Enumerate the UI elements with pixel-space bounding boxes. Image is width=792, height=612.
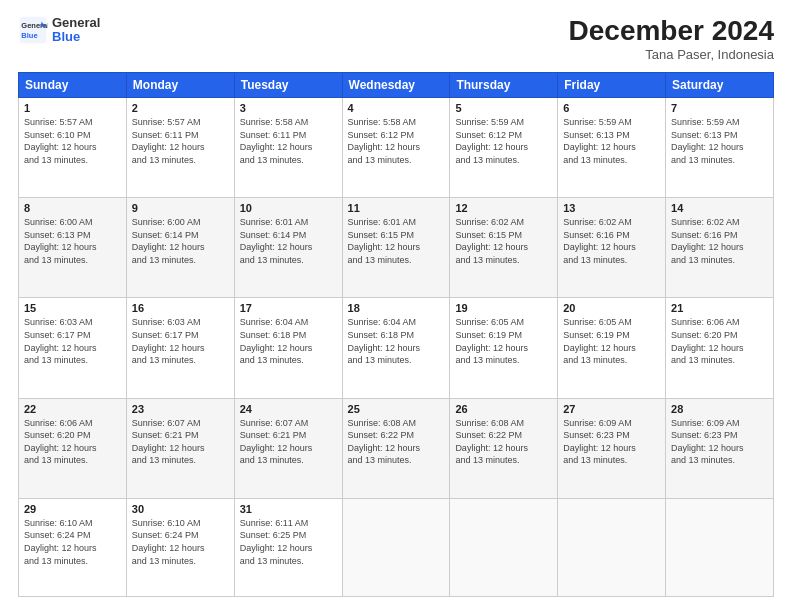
day-number: 30: [132, 503, 229, 515]
col-friday: Friday: [558, 73, 666, 98]
table-cell: [342, 498, 450, 596]
logo-text: General Blue: [52, 16, 100, 45]
day-number: 13: [563, 202, 660, 214]
day-info: Sunrise: 6:02 AMSunset: 6:15 PMDaylight:…: [455, 216, 552, 266]
day-number: 16: [132, 302, 229, 314]
table-cell: 25 Sunrise: 6:08 AMSunset: 6:22 PMDaylig…: [342, 398, 450, 498]
day-number: 17: [240, 302, 337, 314]
table-cell: [666, 498, 774, 596]
table-cell: 8 Sunrise: 6:00 AMSunset: 6:13 PMDayligh…: [19, 198, 127, 298]
table-cell: 5 Sunrise: 5:59 AMSunset: 6:12 PMDayligh…: [450, 98, 558, 198]
day-number: 5: [455, 102, 552, 114]
table-cell: [558, 498, 666, 596]
col-thursday: Thursday: [450, 73, 558, 98]
table-cell: 6 Sunrise: 5:59 AMSunset: 6:13 PMDayligh…: [558, 98, 666, 198]
table-cell: 12 Sunrise: 6:02 AMSunset: 6:15 PMDaylig…: [450, 198, 558, 298]
day-info: Sunrise: 6:09 AMSunset: 6:23 PMDaylight:…: [671, 417, 768, 467]
day-number: 8: [24, 202, 121, 214]
table-cell: 17 Sunrise: 6:04 AMSunset: 6:18 PMDaylig…: [234, 298, 342, 398]
calendar: Sunday Monday Tuesday Wednesday Thursday…: [18, 72, 774, 597]
table-cell: [450, 498, 558, 596]
day-info: Sunrise: 6:03 AMSunset: 6:17 PMDaylight:…: [132, 316, 229, 366]
table-cell: 15 Sunrise: 6:03 AMSunset: 6:17 PMDaylig…: [19, 298, 127, 398]
day-info: Sunrise: 6:11 AMSunset: 6:25 PMDaylight:…: [240, 517, 337, 567]
day-info: Sunrise: 6:02 AMSunset: 6:16 PMDaylight:…: [671, 216, 768, 266]
day-number: 14: [671, 202, 768, 214]
day-info: Sunrise: 6:00 AMSunset: 6:13 PMDaylight:…: [24, 216, 121, 266]
day-info: Sunrise: 5:59 AMSunset: 6:12 PMDaylight:…: [455, 116, 552, 166]
day-info: Sunrise: 5:57 AMSunset: 6:11 PMDaylight:…: [132, 116, 229, 166]
week-row-1: 1 Sunrise: 5:57 AMSunset: 6:10 PMDayligh…: [19, 98, 774, 198]
day-number: 18: [348, 302, 445, 314]
table-cell: 16 Sunrise: 6:03 AMSunset: 6:17 PMDaylig…: [126, 298, 234, 398]
page: General Blue General Blue December 2024 …: [0, 0, 792, 612]
day-number: 15: [24, 302, 121, 314]
logo-general: General: [52, 16, 100, 30]
title-section: December 2024 Tana Paser, Indonesia: [569, 15, 774, 62]
table-cell: 18 Sunrise: 6:04 AMSunset: 6:18 PMDaylig…: [342, 298, 450, 398]
table-cell: 19 Sunrise: 6:05 AMSunset: 6:19 PMDaylig…: [450, 298, 558, 398]
day-number: 7: [671, 102, 768, 114]
table-cell: 24 Sunrise: 6:07 AMSunset: 6:21 PMDaylig…: [234, 398, 342, 498]
col-tuesday: Tuesday: [234, 73, 342, 98]
location: Tana Paser, Indonesia: [569, 47, 774, 62]
day-info: Sunrise: 6:04 AMSunset: 6:18 PMDaylight:…: [240, 316, 337, 366]
day-number: 31: [240, 503, 337, 515]
day-info: Sunrise: 6:06 AMSunset: 6:20 PMDaylight:…: [671, 316, 768, 366]
day-number: 28: [671, 403, 768, 415]
day-number: 29: [24, 503, 121, 515]
day-number: 10: [240, 202, 337, 214]
day-number: 24: [240, 403, 337, 415]
month-title: December 2024: [569, 15, 774, 47]
week-row-3: 15 Sunrise: 6:03 AMSunset: 6:17 PMDaylig…: [19, 298, 774, 398]
day-info: Sunrise: 6:05 AMSunset: 6:19 PMDaylight:…: [563, 316, 660, 366]
week-row-4: 22 Sunrise: 6:06 AMSunset: 6:20 PMDaylig…: [19, 398, 774, 498]
day-info: Sunrise: 6:01 AMSunset: 6:15 PMDaylight:…: [348, 216, 445, 266]
table-cell: 9 Sunrise: 6:00 AMSunset: 6:14 PMDayligh…: [126, 198, 234, 298]
table-cell: 13 Sunrise: 6:02 AMSunset: 6:16 PMDaylig…: [558, 198, 666, 298]
day-number: 2: [132, 102, 229, 114]
week-row-5: 29 Sunrise: 6:10 AMSunset: 6:24 PMDaylig…: [19, 498, 774, 596]
day-info: Sunrise: 6:10 AMSunset: 6:24 PMDaylight:…: [24, 517, 121, 567]
day-info: Sunrise: 6:04 AMSunset: 6:18 PMDaylight:…: [348, 316, 445, 366]
table-cell: 22 Sunrise: 6:06 AMSunset: 6:20 PMDaylig…: [19, 398, 127, 498]
col-monday: Monday: [126, 73, 234, 98]
day-number: 4: [348, 102, 445, 114]
day-info: Sunrise: 5:58 AMSunset: 6:11 PMDaylight:…: [240, 116, 337, 166]
day-number: 19: [455, 302, 552, 314]
day-info: Sunrise: 5:57 AMSunset: 6:10 PMDaylight:…: [24, 116, 121, 166]
col-wednesday: Wednesday: [342, 73, 450, 98]
table-cell: 29 Sunrise: 6:10 AMSunset: 6:24 PMDaylig…: [19, 498, 127, 596]
table-cell: 28 Sunrise: 6:09 AMSunset: 6:23 PMDaylig…: [666, 398, 774, 498]
day-number: 9: [132, 202, 229, 214]
table-cell: 26 Sunrise: 6:08 AMSunset: 6:22 PMDaylig…: [450, 398, 558, 498]
table-cell: 10 Sunrise: 6:01 AMSunset: 6:14 PMDaylig…: [234, 198, 342, 298]
day-info: Sunrise: 6:03 AMSunset: 6:17 PMDaylight:…: [24, 316, 121, 366]
day-info: Sunrise: 6:08 AMSunset: 6:22 PMDaylight:…: [455, 417, 552, 467]
day-number: 11: [348, 202, 445, 214]
table-cell: 23 Sunrise: 6:07 AMSunset: 6:21 PMDaylig…: [126, 398, 234, 498]
day-info: Sunrise: 6:05 AMSunset: 6:19 PMDaylight:…: [455, 316, 552, 366]
table-cell: 20 Sunrise: 6:05 AMSunset: 6:19 PMDaylig…: [558, 298, 666, 398]
day-info: Sunrise: 6:00 AMSunset: 6:14 PMDaylight:…: [132, 216, 229, 266]
day-number: 6: [563, 102, 660, 114]
day-number: 20: [563, 302, 660, 314]
day-info: Sunrise: 6:08 AMSunset: 6:22 PMDaylight:…: [348, 417, 445, 467]
svg-text:Blue: Blue: [21, 31, 37, 40]
table-cell: 2 Sunrise: 5:57 AMSunset: 6:11 PMDayligh…: [126, 98, 234, 198]
table-cell: 27 Sunrise: 6:09 AMSunset: 6:23 PMDaylig…: [558, 398, 666, 498]
week-row-2: 8 Sunrise: 6:00 AMSunset: 6:13 PMDayligh…: [19, 198, 774, 298]
day-number: 25: [348, 403, 445, 415]
day-info: Sunrise: 6:06 AMSunset: 6:20 PMDaylight:…: [24, 417, 121, 467]
day-info: Sunrise: 6:10 AMSunset: 6:24 PMDaylight:…: [132, 517, 229, 567]
day-info: Sunrise: 5:58 AMSunset: 6:12 PMDaylight:…: [348, 116, 445, 166]
calendar-header-row: Sunday Monday Tuesday Wednesday Thursday…: [19, 73, 774, 98]
table-cell: 31 Sunrise: 6:11 AMSunset: 6:25 PMDaylig…: [234, 498, 342, 596]
table-cell: 7 Sunrise: 5:59 AMSunset: 6:13 PMDayligh…: [666, 98, 774, 198]
day-number: 23: [132, 403, 229, 415]
day-number: 1: [24, 102, 121, 114]
day-number: 26: [455, 403, 552, 415]
day-info: Sunrise: 6:09 AMSunset: 6:23 PMDaylight:…: [563, 417, 660, 467]
day-info: Sunrise: 6:07 AMSunset: 6:21 PMDaylight:…: [240, 417, 337, 467]
day-number: 12: [455, 202, 552, 214]
